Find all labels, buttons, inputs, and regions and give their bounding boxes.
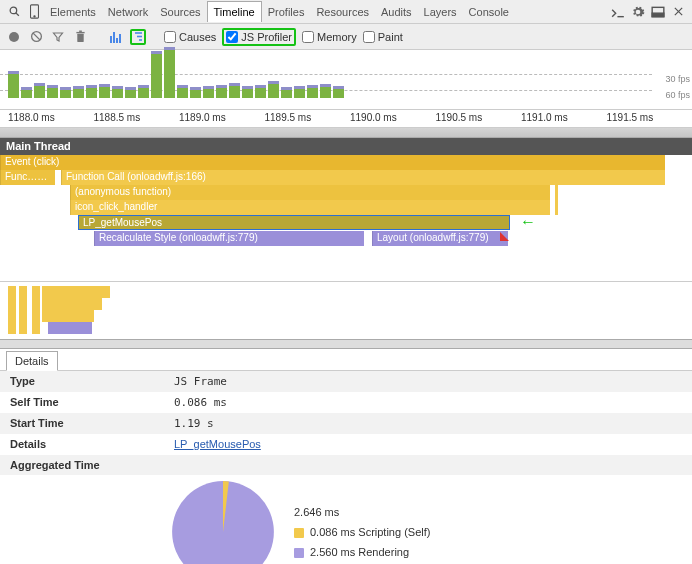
tab-resources[interactable]: Resources [310,2,375,22]
frame-func54[interactable]: Func…54) [0,170,55,185]
paint-label: Paint [378,31,403,43]
fps-30: 30 fps [665,74,690,84]
pane-divider[interactable] [0,339,692,349]
frame-lp-getmousepos[interactable]: LP_getMousePos [78,215,510,230]
drawer-icon[interactable] [608,2,628,22]
js-profiler-checkbox[interactable]: JS Profiler [222,28,296,46]
details-aggtime-label: Aggregated Time [0,459,170,471]
details-starttime-label: Start Time [0,417,170,430]
legend-rendering: 2.560 ms Rendering [310,546,409,558]
svg-rect-13 [116,38,118,43]
tab-sources[interactable]: Sources [154,2,206,22]
close-icon[interactable] [668,2,688,22]
overview-bar [86,88,97,98]
overview-bar [255,88,266,98]
tick: 1188.0 ms [8,110,94,127]
dock-icon[interactable] [648,2,668,22]
tick: 1189.0 ms [179,110,265,127]
svg-rect-9 [76,32,84,33]
warning-wedge-icon [500,232,509,241]
overview-bar [229,86,240,98]
overview-bar [307,88,318,98]
time-axis: 1188.0 ms 1188.5 ms 1189.0 ms 1189.5 ms … [0,110,692,128]
memory-label: Memory [317,31,357,43]
causes-checkbox[interactable]: Causes [164,31,216,43]
overview-bar [216,88,227,98]
overview-bar [294,89,305,98]
frame-icon-click[interactable]: icon_click_handler [70,200,550,215]
tick: 1188.5 ms [94,110,180,127]
summary-strip[interactable] [0,281,692,339]
frame-layout[interactable]: Layout (onloadwff.js:779) [372,231,508,246]
tab-elements[interactable]: Elements [44,2,102,22]
tab-audits[interactable]: Audits [375,2,418,22]
record-icon[interactable] [6,29,22,45]
view-flame-icon[interactable] [130,29,146,45]
overview-bar [60,90,71,98]
overview-bar [281,90,292,98]
overview-bar [112,89,123,98]
frame-recalc-style[interactable]: Recalculate Style (onloadwff.js:779) [94,231,364,246]
tick: 1189.5 ms [265,110,351,127]
overview-bar [320,87,331,98]
details-type-value: JS Frame [170,375,227,388]
svg-rect-10 [79,31,82,32]
view-bars-icon[interactable] [108,29,124,45]
thread-header: Main Thread [0,138,692,155]
swatch-rendering-icon [294,548,304,558]
tab-network[interactable]: Network [102,2,154,22]
details-tab[interactable]: Details [6,351,58,371]
flame-graph[interactable]: Event (click) Func…54) Function Call (on… [0,155,692,281]
overview-bar [164,50,175,98]
frame-sliver[interactable] [658,170,662,182]
device-icon[interactable] [24,2,44,22]
memory-checkbox[interactable]: Memory [302,31,357,43]
details-tabbar: Details [0,349,692,371]
svg-rect-12 [113,32,115,43]
overview-bar [203,89,214,98]
overview-bar [21,90,32,98]
time-scrubber[interactable] [0,128,692,138]
svg-rect-14 [119,34,121,43]
tab-console[interactable]: Console [463,2,515,22]
svg-rect-11 [110,36,112,43]
causes-label: Causes [179,31,216,43]
overview-bar [190,90,201,98]
overview-bar [99,87,110,98]
tick: 1191.5 ms [607,110,693,127]
swatch-scripting-icon [294,528,304,538]
gear-icon[interactable] [628,2,648,22]
overview-bar [125,90,136,98]
garbage-icon[interactable] [72,29,88,45]
overview-bar [151,54,162,98]
top-toolbar: Elements Network Sources Timeline Profil… [0,0,692,24]
controls-row: Causes JS Profiler Memory Paint [0,24,692,50]
search-icon[interactable] [4,2,24,22]
tick: 1190.0 ms [350,110,436,127]
details-starttime-value: 1.19 s [170,417,214,430]
svg-point-6 [9,32,19,42]
tab-layers[interactable]: Layers [418,2,463,22]
tab-profiles[interactable]: Profiles [262,2,311,22]
filter-icon[interactable] [50,29,66,45]
paint-checkbox[interactable]: Paint [363,31,403,43]
clear-icon[interactable] [28,29,44,45]
frame-function-call[interactable]: Function Call (onloadwff.js:166) [61,170,665,185]
details-selftime-value: 0.086 ms [170,396,227,409]
overview-bar [73,89,84,98]
details-link[interactable]: LP_getMousePos [174,438,261,450]
frame-sliver[interactable] [648,170,654,182]
svg-point-2 [33,16,34,17]
js-profiler-label: JS Profiler [241,31,292,43]
frame-sliver[interactable] [555,185,558,215]
overview-bar [242,89,253,98]
frame-anonymous[interactable]: (anonymous function) [70,185,550,200]
overview-bar [138,88,149,98]
tab-timeline[interactable]: Timeline [207,1,262,22]
details-panel: Type JS Frame Self Time 0.086 ms Start T… [0,371,692,564]
tick: 1190.5 ms [436,110,522,127]
frame-event[interactable]: Event (click) [0,155,665,170]
annotation-arrow-icon: ← [520,213,536,231]
overview-chart[interactable]: 30 fps 60 fps [0,50,692,110]
aggregated-time-pie [170,479,276,564]
